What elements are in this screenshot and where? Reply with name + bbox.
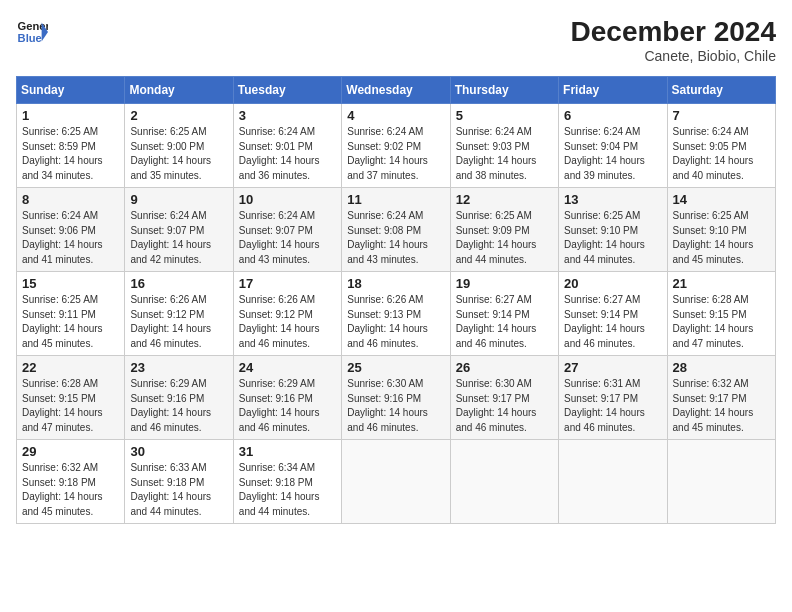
day-number: 23 [130,360,227,375]
day-number: 6 [564,108,661,123]
day-info: Sunrise: 6:28 AMSunset: 9:15 PMDaylight:… [22,377,119,435]
calendar-week-3: 15 Sunrise: 6:25 AMSunset: 9:11 PMDaylig… [17,272,776,356]
day-number: 22 [22,360,119,375]
day-info: Sunrise: 6:33 AMSunset: 9:18 PMDaylight:… [130,461,227,519]
day-number: 13 [564,192,661,207]
calendar-cell: 9 Sunrise: 6:24 AMSunset: 9:07 PMDayligh… [125,188,233,272]
day-number: 29 [22,444,119,459]
day-info: Sunrise: 6:25 AMSunset: 9:09 PMDaylight:… [456,209,553,267]
weekday-header-wednesday: Wednesday [342,77,450,104]
day-number: 14 [673,192,770,207]
day-info: Sunrise: 6:32 AMSunset: 9:18 PMDaylight:… [22,461,119,519]
day-info: Sunrise: 6:24 AMSunset: 9:07 PMDaylight:… [239,209,336,267]
calendar-cell: 18 Sunrise: 6:26 AMSunset: 9:13 PMDaylig… [342,272,450,356]
logo-icon: General Blue [16,16,48,48]
calendar-cell: 5 Sunrise: 6:24 AMSunset: 9:03 PMDayligh… [450,104,558,188]
calendar-cell: 21 Sunrise: 6:28 AMSunset: 9:15 PMDaylig… [667,272,775,356]
calendar-cell: 23 Sunrise: 6:29 AMSunset: 9:16 PMDaylig… [125,356,233,440]
calendar-week-5: 29 Sunrise: 6:32 AMSunset: 9:18 PMDaylig… [17,440,776,524]
weekday-header-friday: Friday [559,77,667,104]
calendar-cell: 16 Sunrise: 6:26 AMSunset: 9:12 PMDaylig… [125,272,233,356]
day-info: Sunrise: 6:24 AMSunset: 9:01 PMDaylight:… [239,125,336,183]
day-number: 10 [239,192,336,207]
day-number: 25 [347,360,444,375]
day-info: Sunrise: 6:27 AMSunset: 9:14 PMDaylight:… [456,293,553,351]
day-info: Sunrise: 6:24 AMSunset: 9:04 PMDaylight:… [564,125,661,183]
calendar-cell: 2 Sunrise: 6:25 AMSunset: 9:00 PMDayligh… [125,104,233,188]
day-info: Sunrise: 6:30 AMSunset: 9:17 PMDaylight:… [456,377,553,435]
day-info: Sunrise: 6:31 AMSunset: 9:17 PMDaylight:… [564,377,661,435]
day-info: Sunrise: 6:24 AMSunset: 9:03 PMDaylight:… [456,125,553,183]
calendar-cell [667,440,775,524]
calendar-cell: 11 Sunrise: 6:24 AMSunset: 9:08 PMDaylig… [342,188,450,272]
calendar-cell: 4 Sunrise: 6:24 AMSunset: 9:02 PMDayligh… [342,104,450,188]
calendar-cell [450,440,558,524]
calendar-cell: 12 Sunrise: 6:25 AMSunset: 9:09 PMDaylig… [450,188,558,272]
day-number: 21 [673,276,770,291]
day-number: 15 [22,276,119,291]
calendar-cell: 15 Sunrise: 6:25 AMSunset: 9:11 PMDaylig… [17,272,125,356]
day-number: 9 [130,192,227,207]
day-info: Sunrise: 6:27 AMSunset: 9:14 PMDaylight:… [564,293,661,351]
calendar-cell: 27 Sunrise: 6:31 AMSunset: 9:17 PMDaylig… [559,356,667,440]
svg-text:Blue: Blue [18,32,42,44]
day-number: 8 [22,192,119,207]
calendar-cell: 29 Sunrise: 6:32 AMSunset: 9:18 PMDaylig… [17,440,125,524]
title-block: December 2024 Canete, Biobio, Chile [571,16,776,64]
calendar-cell: 20 Sunrise: 6:27 AMSunset: 9:14 PMDaylig… [559,272,667,356]
day-info: Sunrise: 6:29 AMSunset: 9:16 PMDaylight:… [130,377,227,435]
calendar-header: SundayMondayTuesdayWednesdayThursdayFrid… [17,77,776,104]
weekday-header-monday: Monday [125,77,233,104]
day-info: Sunrise: 6:24 AMSunset: 9:06 PMDaylight:… [22,209,119,267]
day-info: Sunrise: 6:32 AMSunset: 9:17 PMDaylight:… [673,377,770,435]
weekday-header-tuesday: Tuesday [233,77,341,104]
day-number: 1 [22,108,119,123]
day-number: 16 [130,276,227,291]
weekday-header-row: SundayMondayTuesdayWednesdayThursdayFrid… [17,77,776,104]
day-number: 19 [456,276,553,291]
calendar-cell: 22 Sunrise: 6:28 AMSunset: 9:15 PMDaylig… [17,356,125,440]
day-number: 28 [673,360,770,375]
calendar-cell: 10 Sunrise: 6:24 AMSunset: 9:07 PMDaylig… [233,188,341,272]
day-info: Sunrise: 6:29 AMSunset: 9:16 PMDaylight:… [239,377,336,435]
day-info: Sunrise: 6:30 AMSunset: 9:16 PMDaylight:… [347,377,444,435]
page-header: General Blue December 2024 Canete, Biobi… [16,16,776,64]
weekday-header-sunday: Sunday [17,77,125,104]
day-number: 7 [673,108,770,123]
calendar-body: 1 Sunrise: 6:25 AMSunset: 8:59 PMDayligh… [17,104,776,524]
day-number: 18 [347,276,444,291]
calendar-cell: 28 Sunrise: 6:32 AMSunset: 9:17 PMDaylig… [667,356,775,440]
calendar-cell: 8 Sunrise: 6:24 AMSunset: 9:06 PMDayligh… [17,188,125,272]
day-info: Sunrise: 6:28 AMSunset: 9:15 PMDaylight:… [673,293,770,351]
day-info: Sunrise: 6:25 AMSunset: 8:59 PMDaylight:… [22,125,119,183]
day-info: Sunrise: 6:34 AMSunset: 9:18 PMDaylight:… [239,461,336,519]
logo: General Blue [16,16,48,48]
weekday-header-thursday: Thursday [450,77,558,104]
day-number: 5 [456,108,553,123]
calendar-cell: 26 Sunrise: 6:30 AMSunset: 9:17 PMDaylig… [450,356,558,440]
calendar-week-4: 22 Sunrise: 6:28 AMSunset: 9:15 PMDaylig… [17,356,776,440]
calendar-cell: 19 Sunrise: 6:27 AMSunset: 9:14 PMDaylig… [450,272,558,356]
day-number: 3 [239,108,336,123]
day-number: 12 [456,192,553,207]
calendar-cell [559,440,667,524]
day-info: Sunrise: 6:24 AMSunset: 9:08 PMDaylight:… [347,209,444,267]
calendar-cell: 25 Sunrise: 6:30 AMSunset: 9:16 PMDaylig… [342,356,450,440]
day-number: 24 [239,360,336,375]
weekday-header-saturday: Saturday [667,77,775,104]
calendar-cell: 1 Sunrise: 6:25 AMSunset: 8:59 PMDayligh… [17,104,125,188]
calendar-cell: 24 Sunrise: 6:29 AMSunset: 9:16 PMDaylig… [233,356,341,440]
calendar-cell: 31 Sunrise: 6:34 AMSunset: 9:18 PMDaylig… [233,440,341,524]
day-info: Sunrise: 6:25 AMSunset: 9:11 PMDaylight:… [22,293,119,351]
day-info: Sunrise: 6:25 AMSunset: 9:10 PMDaylight:… [564,209,661,267]
day-info: Sunrise: 6:25 AMSunset: 9:00 PMDaylight:… [130,125,227,183]
day-number: 4 [347,108,444,123]
day-number: 26 [456,360,553,375]
day-info: Sunrise: 6:25 AMSunset: 9:10 PMDaylight:… [673,209,770,267]
calendar-week-2: 8 Sunrise: 6:24 AMSunset: 9:06 PMDayligh… [17,188,776,272]
calendar-cell: 3 Sunrise: 6:24 AMSunset: 9:01 PMDayligh… [233,104,341,188]
page-title: December 2024 [571,16,776,48]
day-number: 2 [130,108,227,123]
page-subtitle: Canete, Biobio, Chile [571,48,776,64]
day-number: 17 [239,276,336,291]
